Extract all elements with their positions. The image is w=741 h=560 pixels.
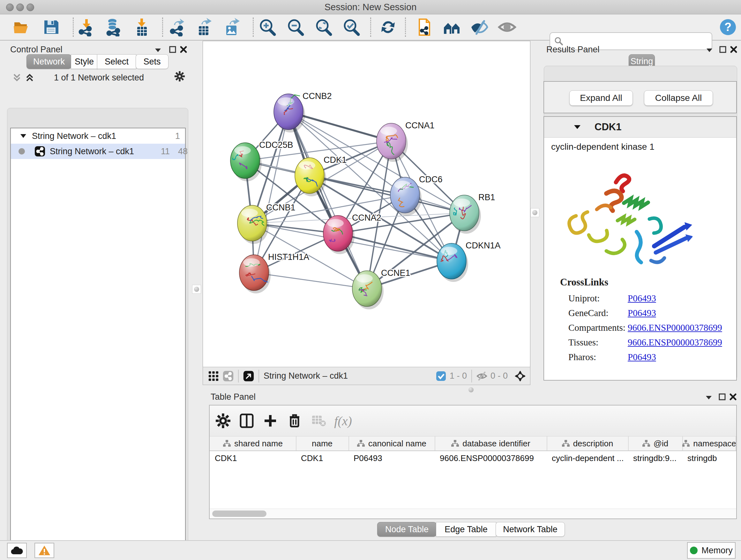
memory-button[interactable]: Memory: [687, 542, 736, 559]
result-card-header[interactable]: CDK1: [544, 117, 736, 138]
tab-network[interactable]: Network: [26, 54, 71, 69]
table-cell[interactable]: 9606.ENSP00000378699: [440, 451, 546, 465]
expand-all-button[interactable]: Expand All: [569, 90, 633, 106]
results-panel-menu-icon[interactable]: [704, 45, 715, 56]
zoom-fit-content-icon[interactable]: [313, 17, 334, 37]
protein-structure-image: [558, 155, 692, 280]
grid-view-icon[interactable]: [208, 371, 219, 381]
column-header-description[interactable]: description: [547, 436, 629, 450]
expand-all-networks-icon[interactable]: [24, 72, 35, 83]
table-panel-float-icon[interactable]: [717, 391, 728, 402]
control-panel-menu-icon[interactable]: [152, 45, 163, 56]
export-table-file-icon[interactable]: [194, 17, 215, 37]
network-node-CDC25B[interactable]: CDC25B: [230, 140, 293, 181]
network-node-CDC6[interactable]: CDC6: [390, 175, 443, 216]
column-header--id[interactable]: @id: [628, 436, 683, 450]
column-header-canonical-name[interactable]: canonical name: [348, 436, 435, 450]
tab-edge-table[interactable]: Edge Table: [436, 522, 496, 537]
pharos-link[interactable]: P06493: [628, 352, 656, 362]
warning-status-button[interactable]: [35, 543, 54, 558]
tab-sets[interactable]: Sets: [136, 54, 169, 69]
table-horizontal-scrollbar[interactable]: [210, 509, 736, 518]
tissues-link[interactable]: 9606.ENSP00000378699: [628, 337, 722, 348]
selected-checkbox-icon[interactable]: [435, 371, 447, 381]
cytoscape-window: Session: New Session: [0, 0, 741, 560]
network-collection-row[interactable]: String Network – cdk1 1: [11, 128, 185, 144]
network-thumbnail-icon[interactable]: [223, 371, 233, 381]
control-panel-close-icon[interactable]: [178, 44, 189, 55]
collapse-all-button[interactable]: Collapse All: [644, 90, 713, 106]
compartments-link[interactable]: 9606.ENSP00000378699: [628, 322, 722, 333]
result-node-name: CDK1: [595, 121, 621, 133]
table-cell[interactable]: CDK1: [215, 451, 295, 465]
table-cell[interactable]: CDK1: [301, 451, 348, 465]
network-node-CCNA2[interactable]: CCNA2: [323, 213, 381, 254]
network-node-HIST1H1A[interactable]: HIST1H1A: [239, 252, 309, 294]
network-row[interactable]: String Network – cdk1 11 48: [11, 144, 185, 159]
import-table-file-icon[interactable]: [131, 17, 152, 37]
share-document-icon[interactable]: [414, 17, 434, 37]
collapse-all-networks-icon[interactable]: [11, 72, 22, 83]
delete-table-icon[interactable]: [309, 411, 328, 430]
uniprot-link[interactable]: P06493: [628, 293, 656, 304]
network-node-CCNE1[interactable]: CCNE1: [352, 268, 410, 309]
tab-node-table[interactable]: Node Table: [377, 522, 436, 537]
function-builder-icon[interactable]: f(x): [333, 411, 353, 430]
table-cell[interactable]: stringdb: [687, 451, 735, 465]
column-header-name[interactable]: name: [296, 436, 349, 450]
refresh-view-icon[interactable]: [378, 17, 399, 37]
add-column-icon[interactable]: [261, 411, 280, 430]
table-cell[interactable]: stringdb:9...: [633, 451, 682, 465]
tab-style[interactable]: Style: [71, 54, 98, 69]
export-image-file-icon[interactable]: [221, 17, 242, 37]
save-session-icon[interactable]: [41, 17, 62, 37]
control-panel-float-icon[interactable]: [167, 44, 178, 55]
hidden-eye-icon[interactable]: [476, 371, 487, 381]
crosslink-label: Compartments:: [568, 322, 625, 333]
tab-network-table[interactable]: Network Table: [495, 522, 565, 537]
help-icon[interactable]: ?: [718, 17, 738, 37]
control-panel: Control Panel Network Style Select Sets …: [0, 40, 191, 540]
results-panel-close-icon[interactable]: [728, 44, 739, 55]
network-node-RB1[interactable]: RB1: [450, 192, 495, 234]
network-options-gear-icon[interactable]: [174, 71, 185, 82]
results-panel-float-icon[interactable]: [718, 44, 728, 55]
right-splitter-handle[interactable]: [530, 208, 539, 217]
show-columns-icon[interactable]: [237, 411, 256, 430]
network-node-CCNB2[interactable]: CCNB2: [274, 91, 332, 132]
network-node-CDK1[interactable]: CDK1: [295, 155, 347, 196]
cloud-status-button[interactable]: [7, 543, 27, 558]
detach-view-icon[interactable]: [243, 371, 254, 381]
tab-select[interactable]: Select: [97, 54, 136, 69]
zoom-out-icon[interactable]: [285, 17, 307, 37]
birds-eye-view-icon[interactable]: [515, 371, 526, 381]
table-cell[interactable]: P06493: [354, 451, 434, 465]
string-home-icon[interactable]: [441, 17, 462, 37]
delete-column-icon[interactable]: [285, 411, 304, 430]
result-expander-icon[interactable]: [574, 125, 581, 130]
export-network-file-icon[interactable]: [167, 17, 188, 37]
column-header-shared-name[interactable]: shared name: [210, 436, 296, 450]
network-node-CDKN1A[interactable]: CDKN1A: [437, 241, 501, 282]
scrollbar-thumb[interactable]: [212, 510, 266, 517]
left-splitter-handle[interactable]: [192, 285, 201, 294]
show-all-icon[interactable]: [496, 17, 518, 37]
open-session-icon[interactable]: [11, 17, 32, 37]
network-node-CCNB1[interactable]: CCNB1: [238, 203, 295, 244]
table-settings-gear-icon[interactable]: [213, 411, 232, 430]
column-header-database-identifier[interactable]: database identifier: [434, 436, 547, 450]
import-network-database-icon[interactable]: [103, 17, 124, 37]
table-row[interactable]: CDK1CDK1P064939606.ENSP00000378699cyclin…: [210, 451, 736, 465]
warning-icon: [38, 545, 51, 556]
hide-selected-icon[interactable]: [469, 17, 490, 37]
column-header-namespace[interactable]: namespace: [682, 436, 736, 450]
zoom-selected-icon[interactable]: [341, 17, 362, 37]
import-network-file-icon[interactable]: [76, 17, 97, 37]
network-canvas[interactable]: CCNB2CCNA1CDC25BCDK1CDC6RB1CCNB1CCNA2CDK…: [203, 41, 530, 367]
table-cell[interactable]: cyclin-dependent ...: [552, 451, 627, 465]
collection-expander-icon[interactable]: [20, 133, 27, 138]
genecard-link[interactable]: P06493: [628, 308, 656, 318]
table-panel-close-icon[interactable]: [728, 391, 738, 402]
zoom-in-icon[interactable]: [257, 17, 278, 37]
table-panel-menu-icon[interactable]: [703, 392, 714, 403]
